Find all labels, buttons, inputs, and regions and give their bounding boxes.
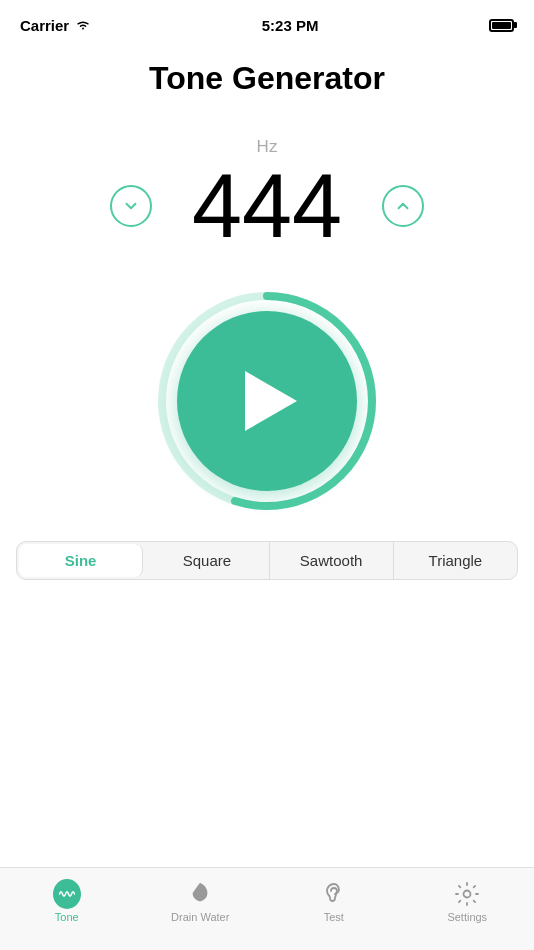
- waveform-selector: Sine Square Sawtooth Triangle: [16, 541, 518, 580]
- tone-tab-icon: [53, 880, 81, 908]
- settings-tab-label: Settings: [447, 911, 487, 923]
- chevron-up-icon: [394, 197, 412, 215]
- chevron-down-icon: [122, 197, 140, 215]
- tone-tab-label: Tone: [55, 911, 79, 923]
- status-carrier: Carrier: [20, 17, 91, 34]
- battery-icon: [489, 19, 514, 32]
- waveform-triangle-button[interactable]: Triangle: [394, 542, 517, 579]
- increase-frequency-button[interactable]: [382, 185, 424, 227]
- tab-test[interactable]: Test: [267, 876, 401, 923]
- waveform-square-button[interactable]: Square: [145, 542, 269, 579]
- waveform-sawtooth-button[interactable]: Sawtooth: [270, 542, 394, 579]
- waveform-sine-button[interactable]: Sine: [19, 544, 143, 577]
- tab-bar: Tone Drain Water Test Settings: [0, 867, 534, 950]
- test-tab-label: Test: [324, 911, 344, 923]
- play-ring: [157, 291, 377, 511]
- test-tab-icon: [320, 880, 348, 908]
- tab-settings[interactable]: Settings: [401, 876, 535, 923]
- ear-icon: [321, 881, 347, 907]
- drain-water-tab-icon: [186, 880, 214, 908]
- tab-drain-water[interactable]: Drain Water: [134, 876, 268, 923]
- water-drop-icon: [189, 881, 211, 907]
- settings-tab-icon: [453, 880, 481, 908]
- carrier-label: Carrier: [20, 17, 69, 34]
- drain-water-tab-label: Drain Water: [171, 911, 229, 923]
- frequency-row: 444: [20, 161, 514, 251]
- decrease-frequency-button[interactable]: [110, 185, 152, 227]
- wifi-icon: [75, 19, 91, 31]
- tone-icon-circle: [53, 879, 81, 909]
- play-area: [0, 261, 534, 531]
- status-battery: [489, 19, 514, 32]
- play-icon: [245, 371, 297, 431]
- svg-point-2: [464, 891, 471, 898]
- frequency-unit: Hz: [257, 137, 278, 157]
- frequency-display: Hz 444: [0, 107, 534, 261]
- frequency-value: 444: [192, 161, 342, 251]
- app-title: Tone Generator: [0, 44, 534, 107]
- status-bar: Carrier 5:23 PM: [0, 0, 534, 44]
- status-time: 5:23 PM: [262, 17, 319, 34]
- play-button[interactable]: [177, 311, 357, 491]
- tab-tone[interactable]: Tone: [0, 876, 134, 923]
- gear-icon: [454, 881, 480, 907]
- waveform-icon: [58, 885, 76, 903]
